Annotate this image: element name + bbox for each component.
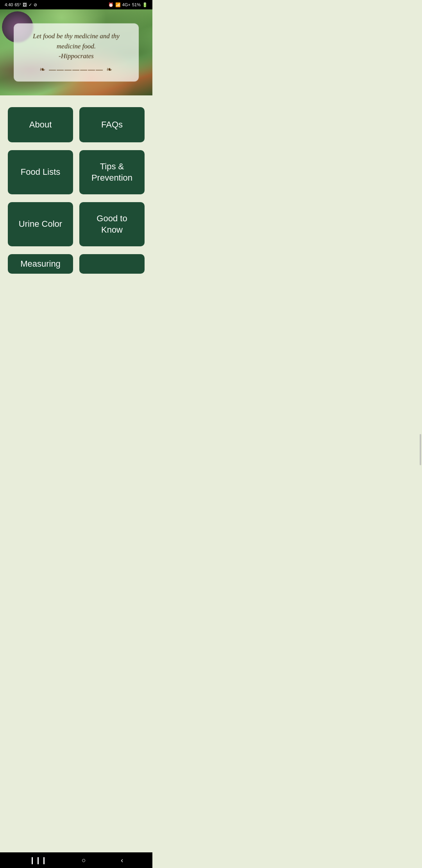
quote-author: -Hippocrates xyxy=(59,52,94,60)
check-icon: ✓ xyxy=(29,2,32,7)
status-right: ⏰ 📶 4G+ 51% 🔋 xyxy=(108,2,148,7)
battery-icon: 🔋 xyxy=(142,2,148,7)
nav-spacer xyxy=(0,282,152,297)
time: 4:40 xyxy=(5,2,13,7)
about-button[interactable]: About xyxy=(8,107,73,142)
faqs-button[interactable]: FAQs xyxy=(79,107,145,142)
temperature: 65° xyxy=(14,2,21,7)
partial-buttons-row: Measuring xyxy=(8,254,145,274)
quote-divider: ❧ ——————— ❧ xyxy=(23,65,129,74)
tips-prevention-button[interactable]: Tips & Prevention xyxy=(79,150,145,194)
wifi-icon: 📶 xyxy=(115,2,121,7)
quote-text: Let food be thy medicine and thy medicin… xyxy=(23,31,129,61)
quote-card: Let food be thy medicine and thy medicin… xyxy=(14,23,139,82)
good-to-know-button[interactable]: Good to Know xyxy=(79,202,145,246)
main-content: About FAQs Food Lists Tips & Prevention … xyxy=(0,95,152,282)
measuring-button[interactable]: Measuring xyxy=(8,254,73,274)
block-icon: ⊘ xyxy=(34,2,37,7)
status-left: 4:40 65° 🖼 ✓ ⊘ xyxy=(5,2,37,7)
battery-level: 51% xyxy=(132,2,141,7)
food-lists-button[interactable]: Food Lists xyxy=(8,150,73,194)
notification-icon: 🖼 xyxy=(23,2,27,7)
alarm-icon: ⏰ xyxy=(108,2,114,7)
urine-color-button[interactable]: Urine Color xyxy=(8,202,73,246)
status-bar: 4:40 65° 🖼 ✓ ⊘ ⏰ 📶 4G+ 51% 🔋 xyxy=(0,0,152,9)
buttons-grid: About FAQs Food Lists Tips & Prevention … xyxy=(8,107,145,246)
signal-strength: 4G+ xyxy=(122,2,131,7)
hero-section: Let food be thy medicine and thy medicin… xyxy=(0,9,152,95)
partial-button-2[interactable] xyxy=(79,254,145,274)
